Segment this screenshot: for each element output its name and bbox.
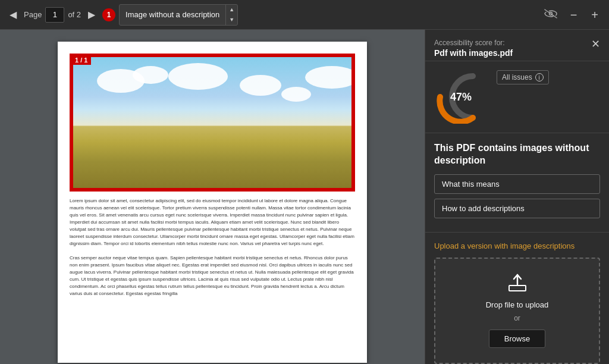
issue-arrows: ▲ ▼ xyxy=(225,5,237,25)
upload-title: Upload a version with image descriptions xyxy=(434,241,600,250)
browse-button[interactable]: Browse xyxy=(489,330,545,348)
pdf-page: 1 / 1 Lorem ipsum dolor sit amet, consec… xyxy=(58,42,367,363)
svg-rect-1 xyxy=(509,285,526,291)
close-panel-button[interactable]: ✕ xyxy=(591,39,600,49)
pdf-image-label: 1 / 1 xyxy=(71,55,91,65)
issue-arrow-up[interactable]: ▲ xyxy=(226,5,237,15)
issue-badge[interactable]: 1 xyxy=(102,8,115,21)
prev-page-button[interactable]: ◀ xyxy=(6,7,20,23)
upload-icon xyxy=(508,274,526,296)
pdf-image-container: 1 / 1 xyxy=(70,54,355,192)
issue-arrow-down[interactable]: ▼ xyxy=(226,15,237,25)
issue-label-container: Image without a description ▲ ▼ xyxy=(119,4,238,26)
pdf-viewer[interactable]: 1 / 1 Lorem ipsum dolor sit amet, consec… xyxy=(0,30,425,364)
next-page-button[interactable]: ▶ xyxy=(84,7,99,23)
or-text: or xyxy=(514,314,520,322)
eye-slash-icon xyxy=(544,9,557,18)
panel-header: Accessibility score for: Pdf with images… xyxy=(425,30,609,61)
info-icon: i xyxy=(535,73,544,81)
panel-title-area: Accessibility score for: Pdf with images… xyxy=(434,39,513,58)
all-issues-label: All issues xyxy=(502,73,532,81)
how-to-add-button[interactable]: How to add descriptions xyxy=(434,199,600,218)
score-donut-chart: 47% xyxy=(434,70,488,124)
panel-title-filename: Pdf with images.pdf xyxy=(434,48,513,58)
panel-title-label: Accessibility score for: xyxy=(434,39,513,47)
drop-text: Drop file to upload xyxy=(486,300,549,309)
upload-section: Upload a version with image descriptions… xyxy=(425,233,609,364)
what-this-means-button[interactable]: What this means xyxy=(434,174,600,194)
pdf-body-text: Lorem ipsum dolor sit amet, consectetur … xyxy=(70,197,355,297)
score-value: 47% xyxy=(450,91,472,103)
right-panel: Accessibility score for: Pdf with images… xyxy=(425,30,609,364)
page-number-input[interactable] xyxy=(45,7,64,23)
page-label: Page xyxy=(24,10,42,19)
description-section: This PDF contains images without descrip… xyxy=(425,133,609,233)
toolbar: ◀ Page of 2 ▶ 1 Image without a descript… xyxy=(0,0,609,30)
toolbar-left: ◀ Page of 2 ▶ 1 Image without a descript… xyxy=(6,4,561,26)
hide-annotations-button[interactable] xyxy=(541,7,561,23)
zoom-out-button[interactable]: − xyxy=(566,8,582,22)
zoom-in-button[interactable]: + xyxy=(586,8,603,22)
drop-zone[interactable]: Drop file to upload or Browse xyxy=(434,258,600,364)
main-content: 1 / 1 Lorem ipsum dolor sit amet, consec… xyxy=(0,30,609,364)
score-section: 47% All issues i xyxy=(425,61,609,133)
pdf-photo xyxy=(73,57,351,188)
page-total: of 2 xyxy=(68,10,81,19)
description-title: This PDF contains images without descrip… xyxy=(434,142,600,167)
issue-label-text: Image without a description xyxy=(120,10,225,19)
all-issues-button[interactable]: All issues i xyxy=(497,70,549,84)
